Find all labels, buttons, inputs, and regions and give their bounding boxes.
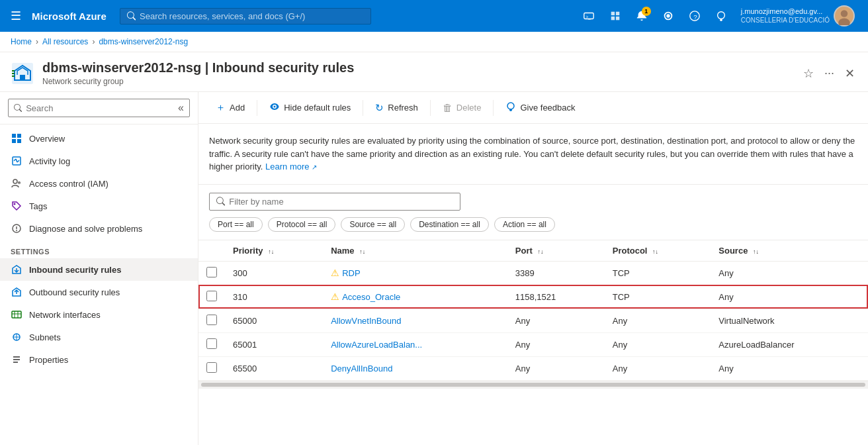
sidebar-item-label-activity: Activity log: [29, 156, 70, 166]
table-row[interactable]: 65500DenyAllInBoundAnyAnyAny: [198, 356, 868, 380]
avatar: [834, 5, 855, 26]
refresh-icon: ↻: [375, 102, 384, 114]
row-port: Any: [507, 309, 605, 332]
table-row[interactable]: 310⚠Acceso_Oracle1158,1521TCPAny: [198, 285, 868, 309]
sidebar-item-subnets[interactable]: Subnets: [0, 326, 198, 348]
sort-source[interactable]: ↑↓: [753, 248, 759, 255]
favorite-btn[interactable]: ☆: [801, 64, 816, 83]
col-checkbox: [198, 240, 225, 262]
filter-tag-protocol[interactable]: Protocol == all: [268, 217, 336, 232]
row-source: Any: [711, 285, 868, 309]
row-checkbox-cell: [198, 285, 225, 309]
sidebar-item-properties[interactable]: Properties: [0, 348, 198, 371]
svg-point-6: [667, 15, 670, 17]
row-name-link[interactable]: RDP: [342, 268, 360, 278]
global-search-input[interactable]: [140, 11, 364, 21]
sidebar-collapse-btn[interactable]: «: [178, 102, 184, 114]
row-name-link[interactable]: Acceso_Oracle: [342, 292, 400, 302]
page-header: dbms-winserver2012-nsg | Inbound securit…: [0, 52, 868, 92]
svg-rect-5: [616, 17, 619, 20]
feedback-btn[interactable]: [709, 4, 733, 28]
add-button[interactable]: ＋ Add: [209, 97, 251, 118]
table-body: 300⚠RDP3389TCPAny310⚠Acceso_Oracle1158,1…: [198, 261, 868, 380]
portal-btn[interactable]: [603, 4, 627, 28]
sidebar-item-label-network: Network interfaces: [29, 310, 101, 320]
diagnose-icon: [11, 222, 22, 234]
row-name-link[interactable]: AllowAzureLoadBalan...: [331, 340, 422, 350]
row-checkbox[interactable]: [206, 267, 217, 277]
sidebar-item-label-inbound: Inbound security rules: [29, 265, 121, 275]
row-checkbox[interactable]: [206, 338, 217, 349]
sidebar-item-label-subnets: Subnets: [29, 332, 61, 342]
filter-area: Port == all Protocol == all Source == al…: [198, 185, 868, 240]
sidebar-search-input[interactable]: [26, 103, 174, 113]
sidebar-item-inbound[interactable]: Inbound security rules: [0, 258, 198, 281]
sidebar-item-network[interactable]: Network interfaces: [0, 303, 198, 326]
cloud-shell-btn[interactable]: >_: [577, 4, 601, 28]
sort-protocol[interactable]: ↑↓: [652, 248, 658, 255]
hamburger-menu[interactable]: ☰: [8, 6, 24, 26]
sort-port[interactable]: ↑↓: [537, 248, 543, 255]
svg-rect-3: [616, 12, 619, 15]
sidebar-item-tags[interactable]: Tags: [0, 195, 198, 217]
sidebar-item-activity[interactable]: Activity log: [0, 150, 198, 172]
user-menu[interactable]: j.munozjimeno@edu.gv... CONSELLERIA D'ED…: [736, 3, 860, 29]
hide-default-rules-button[interactable]: Hide default rules: [263, 97, 357, 118]
row-source: Any: [711, 261, 868, 285]
svg-rect-20: [17, 134, 21, 138]
table-row[interactable]: 65001AllowAzureLoadBalan...AnyAnyAzureLo…: [198, 332, 868, 356]
filter-tag-port[interactable]: Port == all: [209, 217, 263, 232]
row-name-link[interactable]: AllowVnetInBound: [331, 316, 401, 326]
sidebar-item-overview[interactable]: Overview: [0, 127, 198, 150]
sort-priority[interactable]: ↑↓: [268, 248, 274, 255]
svg-point-46: [274, 106, 276, 108]
delete-button[interactable]: 🗑 Delete: [436, 98, 488, 117]
toolbar-sep-4: [493, 100, 494, 116]
refresh-button[interactable]: ↻ Refresh: [369, 98, 425, 118]
row-checkbox[interactable]: [206, 291, 217, 301]
row-port: Any: [507, 332, 605, 356]
sort-name[interactable]: ↑↓: [359, 248, 365, 255]
row-checkbox-cell: [198, 261, 225, 285]
filter-tags: Port == all Protocol == all Source == al…: [209, 217, 857, 232]
row-checkbox[interactable]: [206, 362, 217, 373]
svg-rect-2: [611, 12, 615, 15]
filter-tag-source[interactable]: Source == all: [341, 217, 405, 232]
filter-input[interactable]: [229, 197, 453, 207]
row-priority: 65500: [225, 356, 323, 380]
row-name-link[interactable]: DenyAllInBound: [331, 364, 392, 373]
table-row[interactable]: 300⚠RDP3389TCPAny: [198, 261, 868, 285]
add-icon: ＋: [216, 101, 226, 114]
help-btn[interactable]: ?: [683, 4, 707, 28]
sidebar-item-label-diagnose: Diagnose and solve problems: [29, 224, 142, 234]
sidebar-search-icon: [14, 103, 22, 113]
more-options-btn[interactable]: ···: [822, 64, 837, 83]
sidebar-item-diagnose[interactable]: Diagnose and solve problems: [0, 217, 198, 240]
close-btn[interactable]: ✕: [842, 64, 857, 83]
notification-badge: 1: [642, 7, 651, 16]
filter-tag-destination[interactable]: Destination == all: [410, 217, 489, 232]
sidebar-item-iam[interactable]: + Access control (IAM): [0, 172, 198, 195]
breadcrumb-home[interactable]: Home: [11, 37, 32, 46]
learn-more-link[interactable]: Learn more ↗: [265, 162, 317, 172]
portal-icon: [609, 10, 621, 22]
eye-icon: [269, 101, 280, 114]
scroll-bar[interactable]: [201, 383, 865, 387]
svg-text:+: +: [19, 181, 21, 185]
table-wrap: Priority ↑↓ Name ↑↓ Port ↑↓: [198, 240, 868, 381]
sidebar-item-outbound[interactable]: Outbound security rules: [0, 281, 198, 303]
row-checkbox[interactable]: [206, 315, 217, 325]
table-row[interactable]: 65000AllowVnetInBoundAnyAnyVirtualNetwor…: [198, 309, 868, 332]
breadcrumb-all-resources[interactable]: All resources: [42, 37, 88, 46]
page-subtitle: Network security group: [42, 77, 793, 86]
global-search: [120, 8, 371, 25]
breadcrumb-resource[interactable]: dbms-winserver2012-nsg: [99, 37, 188, 46]
scroll-bar-area: [198, 381, 868, 389]
notifications-btn[interactable]: 1: [630, 4, 654, 28]
filter-tag-action[interactable]: Action == all: [494, 217, 555, 232]
feedback-icon: [715, 10, 727, 22]
feedback-button[interactable]: Give feedback: [499, 97, 582, 118]
svg-rect-4: [611, 17, 615, 20]
settings-btn[interactable]: [656, 4, 680, 28]
row-source: VirtualNetwork: [711, 309, 868, 332]
